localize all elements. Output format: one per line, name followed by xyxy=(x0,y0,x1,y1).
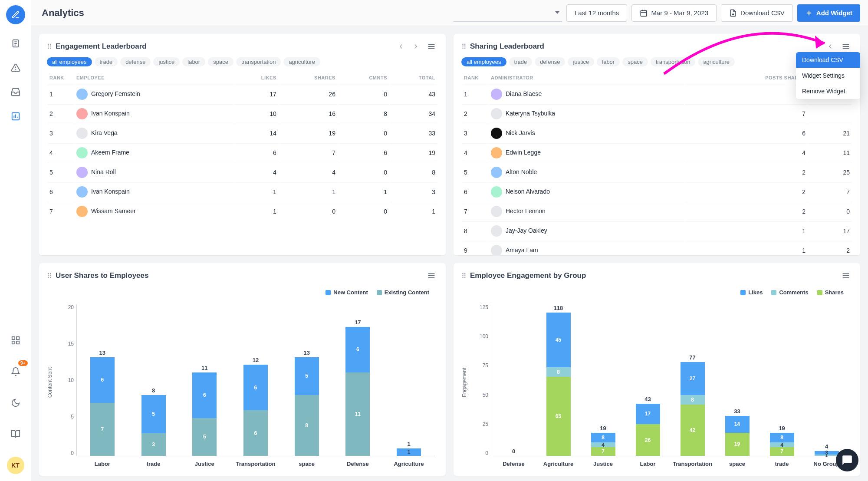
bar-x-label: Justice xyxy=(195,461,214,467)
filter-chip-agriculture[interactable]: agriculture xyxy=(283,57,320,66)
table-row[interactable]: 2Kateryna Tsybulka7 xyxy=(462,104,852,123)
filter-chip-all-employees[interactable]: all employees xyxy=(47,57,92,66)
y-axis-ticks: 1251007550250 xyxy=(469,296,491,469)
avatar xyxy=(76,147,88,158)
drag-handle-icon[interactable]: ⠿ xyxy=(47,43,52,51)
bar[interactable]: 358trade xyxy=(141,395,166,456)
bar[interactable]: 74819Justice xyxy=(591,433,615,456)
bar[interactable]: 191433space xyxy=(725,416,750,456)
intercom-launcher[interactable] xyxy=(836,449,858,471)
bar[interactable]: 11617Defense xyxy=(345,327,370,456)
table-row[interactable]: 8Jay-Jay Oakley117 xyxy=(462,221,852,240)
filter-chip-transportation[interactable]: transportation xyxy=(651,57,696,66)
nav-apps[interactable] xyxy=(7,332,24,349)
bar[interactable]: 5611Justice xyxy=(192,372,217,456)
table-row[interactable]: 3Nick Jarvis621 xyxy=(462,124,852,142)
chart-legend: New ContentExisting Content xyxy=(47,287,438,296)
svg-rect-11 xyxy=(16,337,19,339)
table-row[interactable]: 5Nina Roll4408 xyxy=(48,163,437,181)
bar-segment: 3 xyxy=(141,433,166,456)
bar-segment: 8 xyxy=(546,367,571,377)
table-row[interactable]: 9Amaya Lam12 xyxy=(462,241,852,255)
range-preset-button[interactable]: Last 12 months xyxy=(566,4,628,22)
filter-chip-defense[interactable]: defense xyxy=(120,57,151,66)
add-widget-button[interactable]: Add Widget xyxy=(797,4,860,22)
table-row[interactable]: 5Alton Noble225 xyxy=(462,163,852,181)
filter-chip-transportation[interactable]: transportation xyxy=(236,57,281,66)
download-csv-button[interactable]: Download CSV xyxy=(721,4,793,22)
card-menu-button[interactable] xyxy=(425,40,438,53)
table-row[interactable]: 6Ivan Konspain1113 xyxy=(48,182,437,201)
date-range-button[interactable]: Mar 9 - Mar 9, 2023 xyxy=(631,4,717,22)
popup-download-csv[interactable]: Download CSV xyxy=(796,52,860,68)
bar[interactable]: 8513space xyxy=(295,357,319,456)
user-avatar[interactable]: KT xyxy=(7,457,24,474)
table-row[interactable]: 3Kira Vega1419033 xyxy=(48,124,437,142)
filter-chip-labor[interactable]: labor xyxy=(182,57,205,66)
filter-chip-justice[interactable]: justice xyxy=(153,57,180,66)
card-menu-button[interactable] xyxy=(425,269,438,282)
bar[interactable]: 11Agriculture xyxy=(397,448,421,456)
card-menu-button[interactable] xyxy=(839,269,852,282)
bar[interactable]: 261743Labor xyxy=(636,404,660,456)
card-menu-button[interactable] xyxy=(839,40,852,53)
drag-handle-icon[interactable]: ⠿ xyxy=(461,272,467,280)
bar-x-label: space xyxy=(299,461,315,467)
dashboard-selector[interactable] xyxy=(454,4,562,22)
nav-library[interactable] xyxy=(7,425,24,443)
table-row[interactable]: 1Diana Blaese8 xyxy=(462,85,852,103)
filter-chip-space[interactable]: space xyxy=(208,57,233,66)
table-row[interactable]: 4Edwin Legge411 xyxy=(462,143,852,162)
compose-button[interactable] xyxy=(6,5,25,24)
popup-widget-settings[interactable]: Widget Settings xyxy=(796,68,860,83)
table-row[interactable]: 1Gregory Fernstein1726043 xyxy=(48,85,437,103)
y-axis-label: Content Sent xyxy=(47,367,53,398)
bar[interactable]: 134No Group xyxy=(815,451,839,456)
filter-chip-space[interactable]: space xyxy=(622,57,648,66)
nav-notifications[interactable]: 9+ xyxy=(7,363,24,380)
pager-prev[interactable] xyxy=(825,41,836,52)
legend-item[interactable]: Existing Content xyxy=(377,289,429,296)
popup-remove-widget[interactable]: Remove Widget xyxy=(796,83,860,99)
table-row[interactable]: 4Akeem Frame67619 xyxy=(48,143,437,162)
drag-handle-icon[interactable]: ⠿ xyxy=(461,43,467,51)
chevron-left-icon xyxy=(397,43,405,50)
nav-theme[interactable] xyxy=(7,394,24,412)
table-row[interactable]: 7Wissam Sameer1001 xyxy=(48,202,437,221)
pager-prev[interactable] xyxy=(395,41,407,52)
chart-plot: 0Defense65845118Agriculture74819Justice2… xyxy=(491,304,849,456)
nav-analytics[interactable] xyxy=(7,108,24,125)
bar[interactable]: 74819trade xyxy=(770,433,794,456)
filter-chip-agriculture[interactable]: agriculture xyxy=(698,57,735,66)
drag-handle-icon[interactable]: ⠿ xyxy=(47,272,52,280)
filter-chip-justice[interactable]: justice xyxy=(568,57,594,66)
bar[interactable]: 6612Transportation xyxy=(243,365,268,456)
pager-next[interactable] xyxy=(410,41,421,52)
filter-chip-defense[interactable]: defense xyxy=(535,57,565,66)
filter-chip-trade[interactable]: trade xyxy=(95,57,118,66)
bar[interactable]: 4282777Transportation xyxy=(681,362,705,456)
legend-item[interactable]: New Content xyxy=(326,289,368,296)
grid-icon xyxy=(11,336,20,345)
nav-inbox[interactable] xyxy=(7,83,24,101)
bar[interactable]: 65845118Agriculture xyxy=(546,313,571,456)
bar-x-label: Labor xyxy=(640,461,655,467)
table-row[interactable]: 2Ivan Konspain1016834 xyxy=(48,104,437,123)
widget-menu-popup: Download CSV Widget Settings Remove Widg… xyxy=(796,52,860,99)
nav-posts[interactable] xyxy=(7,35,24,52)
filter-chip-labor[interactable]: labor xyxy=(597,57,620,66)
filter-chip-all-employees[interactable]: all employees xyxy=(461,57,506,66)
legend-item[interactable]: Comments xyxy=(771,289,808,296)
bar-segment: 8 xyxy=(681,395,705,405)
bar[interactable]: 7613Labor xyxy=(90,357,115,456)
table-row[interactable]: 7Hector Lennon20 xyxy=(462,202,852,221)
bar-x-label: space xyxy=(729,461,745,467)
legend-item[interactable]: Likes xyxy=(740,289,763,296)
bar-total-label: 13 xyxy=(99,349,105,356)
filter-chip-trade[interactable]: trade xyxy=(509,57,533,66)
bar-total-label: 33 xyxy=(734,408,740,415)
legend-item[interactable]: Shares xyxy=(817,289,844,296)
nav-alerts[interactable] xyxy=(7,59,24,76)
table-row[interactable]: 6Nelson Alvarado27 xyxy=(462,182,852,201)
chevron-left-icon xyxy=(826,43,834,50)
